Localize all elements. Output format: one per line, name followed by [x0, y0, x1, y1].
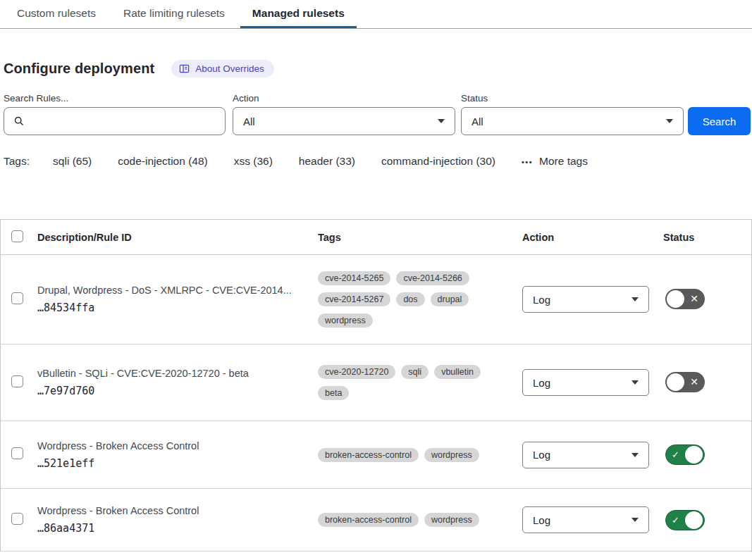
toggle-knob: [667, 373, 684, 391]
rule-id: …86aa4371: [37, 522, 297, 535]
search-rules-label: Search Rules...: [4, 93, 226, 104]
action-select-value: Log: [533, 514, 550, 526]
more-tags-label: More tags: [539, 155, 588, 168]
action-filter-label: Action: [233, 93, 455, 104]
tag-pill: beta: [318, 386, 349, 400]
rules-table: Description/Rule ID Tags Action Status D…: [0, 219, 752, 552]
action-filter-value: All: [243, 116, 255, 127]
chevron-down-icon: [666, 119, 673, 123]
rule-description: Wordpress - Broken Access Control: [37, 505, 297, 516]
select-all-checkbox[interactable]: [11, 230, 23, 242]
toggle-knob: [685, 511, 703, 529]
toggle-knob: [667, 290, 684, 308]
row-checkbox[interactable]: [11, 513, 23, 525]
table-row: Wordpress - Broken Access Control …86aa4…: [1, 489, 751, 552]
search-rules-group: Search Rules...: [4, 93, 226, 135]
chevron-down-icon: [631, 380, 639, 385]
status-toggle-off[interactable]: ✕: [665, 372, 705, 392]
tag-pill: wordpress: [318, 313, 373, 328]
about-overrides-link[interactable]: About Overrides: [171, 60, 274, 77]
status-filter-group: Status All: [461, 93, 684, 135]
check-icon: ✓: [672, 450, 679, 459]
tag-pill: wordpress: [424, 513, 479, 527]
search-button[interactable]: Search: [688, 107, 751, 135]
tag-pill: dos: [396, 292, 424, 306]
x-icon: ✕: [690, 377, 698, 387]
tag-pill: cve-2014-5266: [396, 271, 469, 285]
table-row: vBulletin - SQLi - CVE:CVE-2020-12720 - …: [1, 344, 751, 421]
page-title: Configure deployment: [4, 61, 154, 77]
ellipsis-icon: •••: [522, 158, 533, 166]
tag-pill: broken-access-control: [318, 513, 419, 527]
book-icon: [179, 63, 190, 74]
tab-rate-limiting-rulesets[interactable]: Rate limiting rulesets: [111, 0, 237, 28]
action-select-value: Log: [533, 294, 550, 306]
status-toggle-off[interactable]: ✕: [665, 289, 705, 309]
tag-link-code-injection[interactable]: code-injection (48): [118, 155, 208, 168]
column-header-description: Description/Rule ID: [37, 232, 318, 243]
column-header-status: Status: [663, 232, 751, 243]
rule-id: …84534ffa: [37, 301, 297, 314]
tag-pill: drupal: [431, 292, 469, 306]
search-input-wrapper: [4, 107, 226, 135]
rule-description: vBulletin - SQLi - CVE:CVE-2020-12720 - …: [37, 368, 297, 379]
row-checkbox[interactable]: [11, 447, 23, 459]
status-filter-label: Status: [461, 93, 684, 104]
column-header-tags: Tags: [318, 232, 522, 243]
tags-bar: Tags: sqli (65) code-injection (48) xss …: [4, 155, 752, 168]
page-header: Configure deployment About Overrides: [4, 60, 752, 77]
action-select[interactable]: Log: [522, 442, 649, 468]
table-header-row: Description/Rule ID Tags Action Status: [1, 220, 751, 255]
status-toggle-on[interactable]: ✓: [665, 444, 705, 465]
tag-pill: cve-2020-12720: [318, 365, 395, 379]
rule-description: Drupal, Wordpress - DoS - XMLRPC - CVE:C…: [37, 285, 297, 296]
status-filter-value: All: [471, 116, 483, 127]
filter-bar: Search Rules... Action All Status All Se…: [4, 93, 752, 135]
tag-pill: vbulletin: [434, 365, 481, 379]
action-select[interactable]: Log: [522, 286, 649, 313]
action-select[interactable]: Log: [522, 506, 649, 533]
rule-description: Wordpress - Broken Access Control: [37, 440, 297, 452]
row-checkbox[interactable]: [11, 292, 23, 304]
search-input[interactable]: [31, 108, 225, 135]
table-row: Wordpress - Broken Access Control …521e1…: [1, 421, 751, 489]
chevron-down-icon: [631, 297, 639, 301]
chevron-down-icon: [631, 518, 639, 522]
about-overrides-label: About Overrides: [195, 63, 264, 74]
tags-bar-label: Tags:: [4, 155, 30, 168]
tag-link-command-injection[interactable]: command-injection (30): [381, 155, 495, 168]
status-filter-select[interactable]: All: [461, 107, 684, 135]
rule-id: …7e97d760: [37, 385, 297, 397]
action-filter-group: Action All: [233, 93, 455, 135]
x-icon: ✕: [690, 294, 698, 304]
action-select-value: Log: [533, 449, 550, 461]
tag-pill: cve-2014-5267: [318, 292, 390, 306]
check-icon: ✓: [672, 516, 679, 525]
toggle-knob: [685, 446, 703, 463]
column-header-action: Action: [522, 232, 663, 243]
status-toggle-on[interactable]: ✓: [665, 510, 705, 530]
tag-link-sqli[interactable]: sqli (65): [53, 155, 92, 168]
action-select[interactable]: Log: [522, 369, 649, 396]
table-row: Drupal, Wordpress - DoS - XMLRPC - CVE:C…: [1, 255, 751, 344]
tag-link-header[interactable]: header (33): [299, 155, 355, 168]
rule-id: …521e1eff: [37, 457, 297, 470]
action-select-value: Log: [533, 377, 550, 389]
tag-pill: cve-2014-5265: [318, 271, 390, 285]
tag-pill: wordpress: [424, 448, 479, 462]
search-icon: [13, 116, 25, 127]
tag-pill: sqli: [401, 365, 429, 379]
tab-custom-rulesets[interactable]: Custom rulesets: [5, 0, 108, 28]
row-checkbox[interactable]: [11, 375, 23, 387]
more-tags-button[interactable]: ••• More tags: [522, 155, 588, 168]
action-filter-select[interactable]: All: [233, 107, 455, 135]
tag-pill: broken-access-control: [318, 448, 419, 462]
chevron-down-icon: [631, 453, 639, 457]
tab-bar: Custom rulesets Rate limiting rulesets M…: [0, 0, 752, 29]
tab-managed-rulesets[interactable]: Managed rulesets: [240, 0, 357, 28]
tag-link-xss[interactable]: xss (36): [234, 155, 273, 168]
chevron-down-icon: [438, 119, 445, 123]
